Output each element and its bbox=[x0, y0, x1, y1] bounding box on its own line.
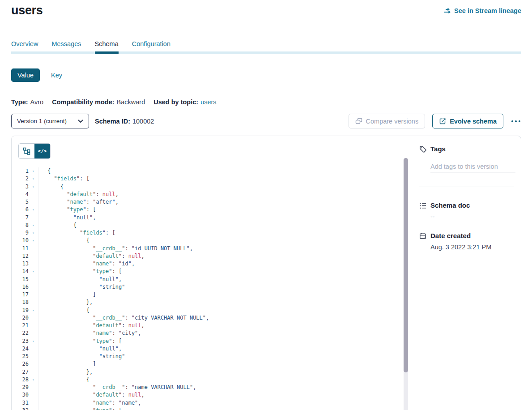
line-number: 21 bbox=[12, 322, 29, 329]
fold-toggle-icon[interactable]: ▾ bbox=[29, 229, 38, 237]
sidebar-divider bbox=[419, 187, 514, 187]
code-line: 18 }, bbox=[12, 299, 404, 306]
key-tab-button[interactable]: Key bbox=[51, 72, 62, 79]
code-line: 23▾ "type": [ bbox=[12, 337, 404, 345]
tab-messages[interactable]: Messages bbox=[51, 40, 81, 51]
stream-lineage-link[interactable]: See in Stream lineage bbox=[443, 7, 521, 14]
code-line: 16 "string" bbox=[12, 283, 404, 291]
editor-scrollbar-thumb[interactable] bbox=[404, 158, 408, 372]
tags-input[interactable] bbox=[430, 161, 515, 172]
tag-icon bbox=[419, 145, 427, 153]
schema-doc-icon bbox=[419, 202, 427, 209]
line-number: 25 bbox=[12, 353, 29, 360]
fold-toggle-icon[interactable]: ▾ bbox=[29, 206, 38, 214]
code-line: 19▾ { bbox=[12, 307, 404, 314]
line-number: 13 bbox=[12, 260, 29, 268]
fold-toggle-icon[interactable]: ▾ bbox=[29, 376, 38, 384]
meta-compatibility-label: Compatibility mode: bbox=[52, 98, 114, 106]
line-number: 1 bbox=[12, 167, 29, 175]
tree-view-button[interactable] bbox=[19, 144, 34, 158]
value-tab-button[interactable]: Value bbox=[11, 68, 40, 82]
compare-versions-button[interactable]: Compare versions bbox=[349, 114, 426, 128]
code-line: 32▾ "type": [ bbox=[12, 407, 404, 410]
ellipsis-icon bbox=[511, 120, 513, 122]
line-number: 30 bbox=[12, 391, 29, 399]
evolve-schema-label: Evolve schema bbox=[450, 118, 497, 125]
meta-type: Type: Avro bbox=[11, 98, 43, 106]
value-key-toggle: Value Key bbox=[11, 68, 62, 82]
schema-panel: </> 1▾{2▾ "fields": [3▾ {4 "default": nu… bbox=[11, 136, 521, 410]
code-editor[interactable]: 1▾{2▾ "fields": [3▾ {4 "default": null,5… bbox=[12, 167, 404, 410]
line-number: 12 bbox=[12, 252, 29, 260]
meta-topic-label: Used by topic: bbox=[153, 98, 198, 106]
line-number: 20 bbox=[12, 314, 29, 322]
schema-page: { "header": { "title": "users", "lineage… bbox=[0, 0, 532, 410]
fold-toggle-icon[interactable]: ▾ bbox=[29, 222, 38, 229]
line-number: 11 bbox=[12, 245, 29, 252]
line-number: 16 bbox=[12, 283, 29, 291]
line-number: 5 bbox=[12, 198, 29, 206]
code-line: 15 "null", bbox=[12, 276, 404, 283]
line-number: 31 bbox=[12, 399, 29, 407]
code-line: 24 "null", bbox=[12, 345, 404, 353]
tab-bar: Overview Messages Schema Configuration bbox=[11, 40, 521, 51]
tab-configuration[interactable]: Configuration bbox=[132, 40, 170, 51]
schema-doc-title: Schema doc bbox=[430, 201, 470, 209]
date-created-title: Date created bbox=[430, 232, 471, 239]
line-number: 19 bbox=[12, 307, 29, 314]
tab-schema[interactable]: Schema bbox=[95, 40, 119, 51]
line-number: 32 bbox=[12, 407, 29, 410]
view-mode-toggle: </> bbox=[18, 143, 51, 159]
code-line: 5 "name": "after", bbox=[12, 198, 404, 206]
code-line: 20 "__crdb__": "city VARCHAR NOT NULL", bbox=[12, 314, 404, 322]
version-select-value: Version 1 (current) bbox=[17, 118, 67, 124]
fold-toggle-icon[interactable]: ▾ bbox=[29, 183, 38, 191]
compare-versions-icon bbox=[355, 118, 362, 124]
line-number: 24 bbox=[12, 345, 29, 353]
line-number: 28 bbox=[12, 376, 29, 384]
line-number: 26 bbox=[12, 360, 29, 368]
schema-meta: Type: Avro Compatibility mode: Backward … bbox=[11, 98, 217, 106]
code-line: 22 "name": "city", bbox=[12, 329, 404, 337]
version-select[interactable]: Version 1 (current) bbox=[11, 114, 89, 128]
code-line: 8▾ { bbox=[12, 222, 404, 229]
meta-compatibility: Compatibility mode: Backward bbox=[52, 98, 145, 106]
line-number: 2 bbox=[12, 175, 29, 183]
date-created-icon bbox=[419, 232, 427, 240]
evolve-schema-button[interactable]: Evolve schema bbox=[432, 114, 503, 128]
fold-toggle-icon[interactable]: ▾ bbox=[29, 167, 38, 175]
code-line: 13 "name": "id", bbox=[12, 260, 404, 268]
code-view-button[interactable]: </> bbox=[34, 144, 50, 158]
fold-toggle-icon[interactable]: ▾ bbox=[29, 175, 38, 183]
line-number: 27 bbox=[12, 368, 29, 376]
fold-toggle-icon[interactable]: ▾ bbox=[29, 268, 38, 275]
code-line: 27 }, bbox=[12, 368, 404, 376]
tab-overview[interactable]: Overview bbox=[11, 40, 38, 51]
meta-compatibility-value: Backward bbox=[117, 98, 145, 106]
schema-code-pane: </> 1▾{2▾ "fields": [3▾ {4 "default": nu… bbox=[12, 136, 411, 410]
code-line: 26 ] bbox=[12, 360, 404, 368]
schema-id: Schema ID: 100002 bbox=[95, 118, 154, 125]
code-line: 4 "default": null, bbox=[12, 191, 404, 198]
line-number: 10 bbox=[12, 237, 29, 244]
line-number: 3 bbox=[12, 183, 29, 191]
fold-toggle-icon[interactable]: ▾ bbox=[29, 237, 38, 244]
fold-toggle-icon[interactable]: ▾ bbox=[29, 337, 38, 345]
more-actions-button[interactable] bbox=[511, 119, 521, 124]
line-number: 18 bbox=[12, 299, 29, 306]
fold-toggle-icon[interactable]: ▾ bbox=[29, 307, 38, 314]
line-number: 6 bbox=[12, 206, 29, 214]
code-line: 25 "string" bbox=[12, 353, 404, 360]
line-number: 8 bbox=[12, 222, 29, 229]
line-number: 17 bbox=[12, 291, 29, 299]
fold-toggle-icon[interactable]: ▾ bbox=[29, 407, 38, 410]
stream-lineage-label: See in Stream lineage bbox=[454, 7, 521, 14]
meta-used-by-topic: Used by topic: users bbox=[153, 98, 216, 106]
code-line: 3▾ { bbox=[12, 183, 404, 191]
line-number: 4 bbox=[12, 191, 29, 198]
schema-id-label: Schema ID: bbox=[95, 118, 130, 125]
topic-link[interactable]: users bbox=[200, 98, 216, 106]
page-title: users bbox=[11, 4, 43, 17]
date-created-value: Aug. 3 2022 3:21 PM bbox=[430, 243, 491, 251]
code-line: 29 "__crdb__": "name VARCHAR NULL", bbox=[12, 384, 404, 391]
